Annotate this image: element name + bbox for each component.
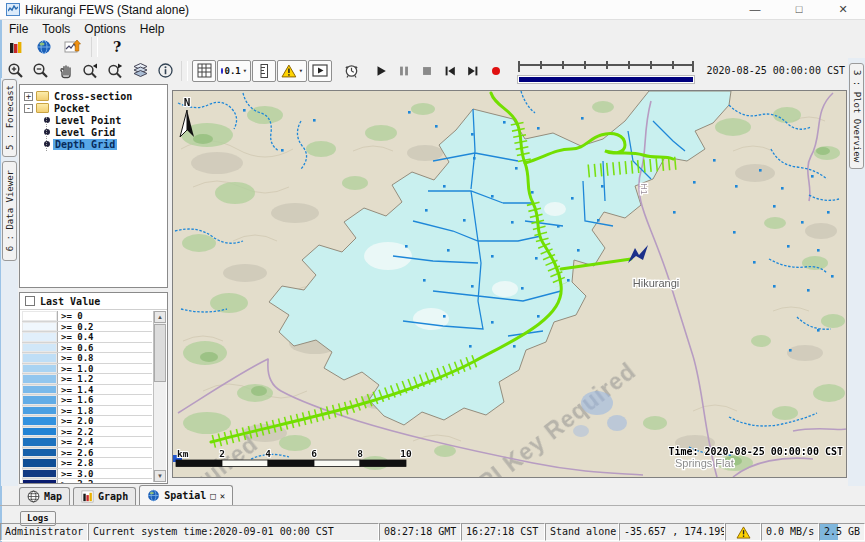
legend-row[interactable]: >= 1.0 [22,364,152,375]
expand-icon[interactable]: + [24,92,33,101]
time-slider-range[interactable] [518,76,694,83]
tab-map[interactable]: Map [19,487,70,505]
tab-close-icon[interactable]: ✕ [220,491,225,501]
right-tab-strip: 3 : Plot Overview [848,58,865,486]
record-icon[interactable] [485,59,507,83]
menu-file[interactable]: File [4,22,37,36]
tab-maximize-icon[interactable]: □ [210,491,215,501]
scale-ruler-icon[interactable] [252,60,276,82]
legend-swatch [22,353,58,363]
folder-icon [36,91,49,101]
globe-map-icon[interactable] [32,35,56,59]
selected-layer: Depth Grid [53,139,117,150]
legend-swatch [22,448,58,458]
legend-row[interactable]: >= 2.6 [22,448,152,459]
legend-swatch [22,364,58,374]
legend-row[interactable]: >= 2.8 [22,458,152,469]
main-toolbar: ? [0,37,865,57]
legend-row[interactable]: >= 1.4 [22,385,152,396]
legend-row[interactable]: >= 2.4 [22,437,152,448]
help-icon[interactable]: ? [105,35,129,59]
status-memory-gauge[interactable]: 2.5 GB [819,523,865,541]
layer-bullet-icon [44,117,50,123]
map-view[interactable]: API Key Required API Key Required [172,90,847,478]
tree-item-level-point[interactable]: Level Point [20,114,167,126]
legend-row[interactable]: >= 0.2 [22,322,152,333]
timer-icon[interactable] [339,59,363,83]
chevron-down-icon: ▾ [243,67,247,75]
scroll-up-icon[interactable]: ▲ [154,311,166,323]
legend-list: >= 0 >= 0.2 >= 0.4 >= 0.6 >= 0.8 >= 1.0 … [22,311,152,483]
legend-row[interactable]: >= 0.6 [22,343,152,354]
legend-row[interactable]: >= 2.2 [22,427,152,438]
menu-tools[interactable]: Tools [37,22,79,36]
legend-row[interactable]: >= 3.0 [22,469,152,480]
explorer-icon[interactable] [4,35,28,59]
play-icon[interactable] [370,59,392,83]
warning-icon [736,526,751,539]
status-download-speed: 0.0 MB/s [761,523,819,541]
tree-item-depth-grid[interactable]: Depth Grid [20,138,167,150]
scale-bar-segments [176,460,406,467]
step-back-icon[interactable] [439,59,461,83]
info-icon[interactable] [153,59,177,83]
tree-item-pocket[interactable]: - Pocket [20,102,167,114]
tab-data-viewer[interactable]: 6 : Data Viewer [2,161,17,261]
scroll-down-icon[interactable]: ▼ [154,470,166,482]
status-local-time: 16:27:18 CST [461,523,545,541]
legend-row[interactable]: >= 1.6 [22,395,152,406]
zoom-next-icon[interactable] [103,59,127,83]
tab-spatial[interactable]: Spatial □ ✕ [139,485,233,505]
class-breaks-dropdown[interactable]: 0.1 ▾ [217,60,251,82]
tree-guide-line [46,117,47,151]
status-system-time: Current system time:2020-09-01 00:00 CST [88,523,379,541]
close-icon[interactable]: ✕ [821,0,865,19]
legend-scrollbar[interactable]: ▲ ▼ [153,311,166,482]
legend-swatch [22,322,58,332]
maximize-icon[interactable]: □ [777,0,821,19]
svg-text:6: 6 [311,448,317,459]
title-bar: Hikurangi FEWS (Stand alone) — □ ✕ [0,0,865,20]
legend-row[interactable]: >= 1.2 [22,374,152,385]
collapse-icon[interactable]: - [24,104,33,113]
road-shield-label: H1 [639,183,649,195]
minimize-icon[interactable]: — [733,0,777,19]
svg-text:10: 10 [400,448,412,459]
zoom-out-icon[interactable] [28,59,52,83]
scrollbar-thumb[interactable] [154,324,166,382]
bottom-tab-bar: Map Graph Spatial □ ✕ [0,486,865,506]
tab-graph[interactable]: Graph [73,487,136,505]
pan-hand-icon[interactable] [53,59,77,83]
legend-swatch [22,311,58,321]
tree-item-cross-section[interactable]: + Cross-section [20,90,167,102]
zoom-previous-icon[interactable] [78,59,102,83]
legend-row[interactable]: >= 3.2 [22,479,152,484]
menu-bar: File Tools Options Help [0,21,865,37]
status-warning[interactable] [725,523,761,541]
tab-forecast[interactable]: 5 : Forecast [2,79,17,157]
menu-options[interactable]: Options [79,22,134,36]
legend-row[interactable]: >= 0.4 [22,332,152,343]
step-forward-icon[interactable] [462,59,484,83]
last-value-checkbox[interactable] [25,296,35,306]
animation-panel-icon[interactable] [308,60,332,82]
warning-threshold-dropdown[interactable]: ▾ [277,60,307,82]
time-slider[interactable] [518,60,694,82]
pause-icon[interactable] [393,59,415,83]
status-gmt-time: 08:27:18 GMT [379,523,461,541]
status-bar: Administrator Current system time:2020-0… [0,523,865,542]
stop-icon[interactable] [416,59,438,83]
timeseries-icon[interactable] [60,35,84,59]
town-label-2: Springs Flat [675,457,734,469]
menu-help[interactable]: Help [135,22,174,36]
tab-plot-overview[interactable]: 3 : Plot Overview [849,63,864,169]
legend-row[interactable]: >= 0 [22,311,152,322]
grid-display-icon[interactable] [192,60,216,82]
map-toolbar: 0.1 ▾ ▾ 2020-08- [0,57,845,84]
legend-row[interactable]: >= 1.8 [22,406,152,417]
legend-swatch [22,469,58,479]
tree-item-level-grid[interactable]: Level Grid [20,126,167,138]
layers-icon[interactable] [128,59,152,83]
legend-row[interactable]: >= 0.8 [22,353,152,364]
legend-row[interactable]: >= 2.0 [22,416,152,427]
